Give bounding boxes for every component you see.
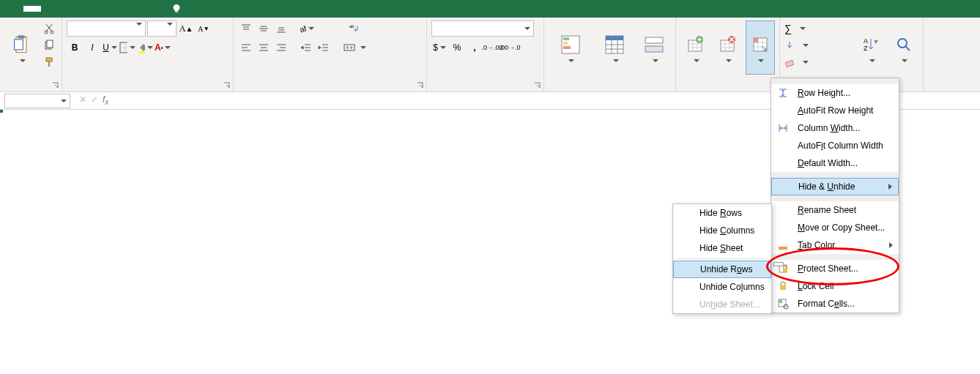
- fill-button[interactable]: [784, 37, 809, 53]
- menu-column-width[interactable]: Column Width...: [771, 119, 899, 137]
- fill-color-button[interactable]: [137, 40, 153, 56]
- dialog-launcher-icon[interactable]: [533, 81, 542, 90]
- font-name-select[interactable]: [67, 20, 146, 37]
- group-font: A▲ A▼ B I U A: [62, 18, 234, 91]
- svg-rect-39: [344, 45, 354, 51]
- tell-me[interactable]: [171, 4, 186, 14]
- cancel-formula-button[interactable]: ✕: [79, 94, 86, 106]
- borders-button[interactable]: [119, 40, 136, 56]
- ribbon-tabs: [0, 0, 980, 18]
- autosum-button[interactable]: ∑: [784, 20, 806, 37]
- insert-cells-button[interactable]: [680, 20, 710, 75]
- merge-center-button[interactable]: [341, 40, 369, 56]
- borders-icon: [119, 42, 127, 53]
- find-select-button[interactable]: [889, 20, 919, 75]
- orientation-button[interactable]: ab: [298, 20, 314, 37]
- svg-line-74: [905, 46, 910, 51]
- format-as-table-button[interactable]: [595, 20, 635, 75]
- format-painter-button[interactable]: [41, 54, 57, 70]
- align-right-button[interactable]: [273, 40, 289, 56]
- svg-rect-2: [15, 40, 23, 50]
- tab-help[interactable]: [146, 6, 164, 12]
- paste-button[interactable]: [4, 20, 38, 75]
- tab-view[interactable]: [129, 6, 146, 12]
- menu-section-cellsize: [771, 78, 899, 84]
- enter-formula-button[interactable]: ✓: [91, 94, 98, 106]
- menu-unhide-rows[interactable]: Unhide Rows: [673, 261, 771, 278]
- align-center-button[interactable]: [256, 40, 272, 56]
- bold-button[interactable]: B: [67, 40, 83, 56]
- tab-formulas[interactable]: [76, 6, 94, 12]
- brush-icon: [43, 56, 55, 68]
- underline-button[interactable]: U: [102, 40, 118, 56]
- conditional-formatting-button[interactable]: [549, 20, 593, 75]
- menu-autofit-row[interactable]: AutoFit Row Height: [771, 102, 899, 119]
- svg-text:A: A: [864, 37, 868, 45]
- svg-text:Z: Z: [864, 45, 868, 52]
- clear-button[interactable]: [784, 54, 809, 70]
- fx-button[interactable]: fx: [103, 94, 108, 106]
- increase-indent-button[interactable]: [316, 40, 332, 56]
- svg-rect-78: [780, 285, 786, 290]
- menu-autofit-column[interactable]: AutoFit Column Width: [771, 137, 899, 154]
- menu-hide-rows[interactable]: Hide Rows: [673, 204, 771, 222]
- group-label-styles: [547, 89, 672, 91]
- accounting-format-button[interactable]: $: [431, 40, 448, 56]
- menu-default-width[interactable]: Default Width...: [771, 154, 899, 172]
- tab-review[interactable]: [111, 6, 129, 12]
- name-box[interactable]: [4, 94, 70, 108]
- menu-tab-color[interactable]: Tab Color: [771, 236, 899, 254]
- dialog-launcher-icon[interactable]: [51, 81, 60, 90]
- menu-move-copy-sheet[interactable]: Move or Copy Sheet...: [771, 219, 899, 236]
- dialog-launcher-icon[interactable]: [416, 81, 425, 90]
- align-left-button[interactable]: [238, 40, 254, 56]
- format-cells-button[interactable]: [746, 20, 775, 75]
- menu-unhide-sheet: Unhide Sheet...: [673, 296, 771, 313]
- svg-rect-77: [783, 269, 787, 272]
- sort-filter-button[interactable]: AZ: [856, 20, 886, 75]
- menu-unhide-columns[interactable]: Unhide Columns: [673, 278, 771, 296]
- svg-rect-41: [563, 37, 569, 40]
- increase-font-button[interactable]: A▲: [178, 20, 194, 37]
- wrap-text-button[interactable]: ab: [341, 20, 369, 37]
- delete-cells-button[interactable]: [713, 20, 742, 75]
- align-middle-button[interactable]: [256, 20, 272, 37]
- menu-hide-columns[interactable]: Hide Columns: [673, 222, 771, 239]
- menu-format-cells[interactable]: Format Cells...: [771, 295, 899, 313]
- tab-page-layout[interactable]: [59, 6, 76, 12]
- increase-decimal-button[interactable]: .0→.00: [484, 40, 500, 56]
- menu-lock-cell[interactable]: Lock Cell: [771, 277, 899, 295]
- menu-protect-sheet[interactable]: Protect Sheet...: [771, 260, 899, 277]
- decrease-indent-button[interactable]: [298, 40, 314, 56]
- tooltip-unhide-rows: [773, 262, 784, 266]
- group-label-clipboard: [3, 89, 59, 91]
- decrease-decimal-button[interactable]: .00→.0: [502, 40, 518, 56]
- tab-insert[interactable]: [41, 6, 59, 12]
- tab-file[interactable]: [6, 6, 23, 12]
- cell-styles-button[interactable]: [637, 20, 671, 75]
- font-size-select[interactable]: [147, 20, 177, 37]
- group-styles: [544, 18, 676, 91]
- number-format-select[interactable]: [431, 20, 534, 37]
- tab-data[interactable]: [94, 6, 111, 12]
- align-bottom-button[interactable]: [273, 20, 289, 37]
- group-number: $ % , .0→.00 .00→.0: [427, 18, 544, 91]
- menu-hide-sheet[interactable]: Hide Sheet: [673, 239, 771, 257]
- align-top-button[interactable]: [238, 20, 254, 37]
- tab-color-icon: [777, 239, 789, 251]
- tab-home[interactable]: [23, 6, 41, 12]
- menu-rename-sheet[interactable]: Rename Sheet: [771, 201, 899, 219]
- comma-button[interactable]: ,: [467, 40, 483, 56]
- menu-row-height[interactable]: Row Height...: [771, 84, 899, 102]
- font-color-button[interactable]: A: [155, 40, 171, 56]
- format-icon: [749, 33, 772, 56]
- dialog-launcher-icon[interactable]: [223, 81, 231, 90]
- copy-button[interactable]: [41, 37, 57, 53]
- wrap-icon: ab: [349, 23, 360, 34]
- italic-button[interactable]: I: [84, 40, 100, 56]
- delete-icon: [716, 33, 739, 56]
- cut-button[interactable]: [41, 20, 57, 37]
- menu-hide-unhide[interactable]: Hide & Unhide: [771, 178, 899, 195]
- percent-button[interactable]: %: [449, 40, 465, 56]
- decrease-font-button[interactable]: A▼: [196, 20, 212, 37]
